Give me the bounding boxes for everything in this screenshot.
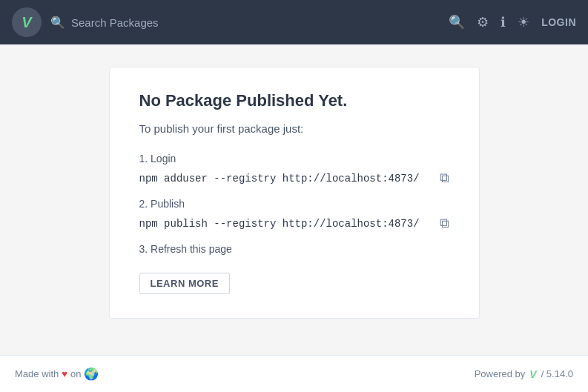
header-actions: 🔍 ⚙ ℹ ☀ LOGIN [449, 14, 576, 30]
step3-label: 3. Refresh this page [139, 243, 449, 255]
on-text: on [70, 368, 81, 379]
step2-command: npm publish --registry http://localhost:… [139, 218, 420, 230]
verdaccio-logo-small: V [529, 368, 536, 380]
step1-label: 1. Login [139, 153, 449, 165]
learn-more-button[interactable]: LEARN MORE [139, 273, 230, 294]
step1-command: npm adduser --registry http://localhost:… [139, 173, 420, 185]
powered-by-text: Powered by [475, 368, 526, 379]
step2-label: 2. Publish [139, 198, 449, 210]
theme-icon[interactable]: ☀ [518, 14, 529, 30]
copy-step1-icon[interactable]: ⧉ [440, 170, 449, 186]
footer-left: Made with ♥ on 🌍 [15, 367, 99, 381]
copy-step2-icon[interactable]: ⧉ [440, 216, 449, 231]
heart-icon: ♥ [62, 368, 67, 379]
publish-card: No Package Published Yet. To publish you… [109, 67, 480, 319]
card-subtitle: To publish your first package just: [139, 122, 449, 135]
main-content: No Package Published Yet. To publish you… [0, 44, 588, 355]
step1-command-row: npm adduser --registry http://localhost:… [139, 170, 449, 186]
search-placeholder-text: Search Packages [71, 16, 440, 29]
header: V 🔍 Search Packages 🔍 ⚙ ℹ ☀ LOGIN [0, 0, 588, 44]
login-button[interactable]: LOGIN [541, 16, 576, 28]
made-with-text: Made with [15, 368, 59, 379]
search-icon-small: 🔍 [50, 16, 65, 30]
info-icon[interactable]: ℹ [501, 14, 506, 30]
search-wrapper[interactable]: 🔍 Search Packages [50, 16, 440, 30]
gear-icon[interactable]: ⚙ [477, 14, 489, 30]
card-title: No Package Published Yet. [139, 91, 449, 110]
footer: Made with ♥ on 🌍 Powered by V / 5.14.0 [0, 355, 588, 392]
footer-right: Powered by V / 5.14.0 [475, 368, 573, 380]
logo-letter: V [22, 14, 31, 31]
step2-command-row: npm publish --registry http://localhost:… [139, 216, 449, 231]
globe-icon: 🌍 [84, 367, 99, 381]
logo[interactable]: V [12, 7, 42, 37]
search-icon[interactable]: 🔍 [449, 14, 465, 30]
version-text: / 5.14.0 [541, 368, 573, 379]
